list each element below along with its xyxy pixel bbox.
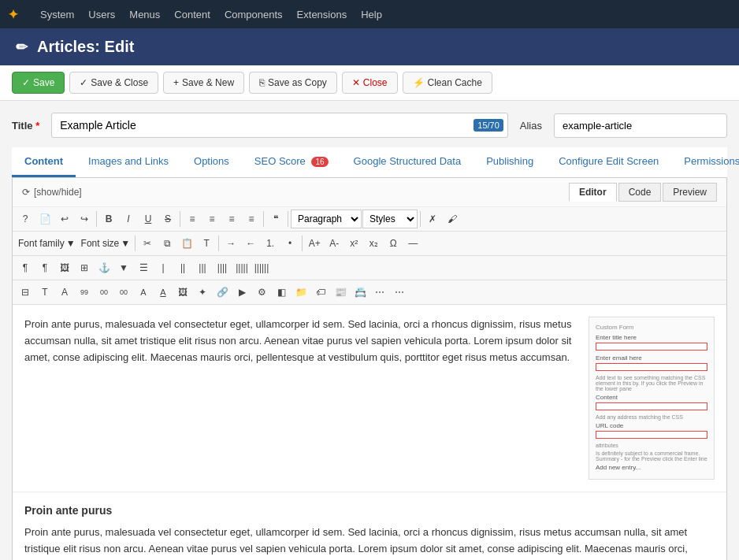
color-btn[interactable]: A bbox=[55, 283, 74, 302]
pencil-icon: ✏ bbox=[16, 39, 28, 56]
num2-btn[interactable]: 00 bbox=[95, 283, 113, 302]
undo-btn[interactable]: ↩ bbox=[55, 210, 74, 228]
tab-structured[interactable]: Google Structured Data bbox=[341, 147, 474, 177]
justify-btn[interactable]: ≡ bbox=[242, 210, 261, 228]
contacts-btn[interactable]: 📇 bbox=[351, 283, 370, 302]
bold-btn[interactable]: B bbox=[99, 210, 118, 228]
save-close-button[interactable]: ✓ Save & Close bbox=[69, 72, 158, 94]
col3-btn[interactable]: ||| bbox=[193, 258, 212, 277]
nav-components[interactable]: Components bbox=[225, 9, 283, 20]
fields-btn[interactable]: 🏷 bbox=[311, 283, 330, 302]
para-btn[interactable]: ¶ bbox=[16, 258, 35, 277]
save-copy-button[interactable]: ⎘ Save as Copy bbox=[249, 72, 337, 94]
clean-cache-button[interactable]: ⚡ Clean Cache bbox=[403, 72, 492, 94]
cut-btn[interactable]: ✂ bbox=[138, 234, 157, 253]
save-button[interactable]: ✓ Save bbox=[12, 72, 65, 94]
content-btn[interactable]: 📁 bbox=[292, 283, 310, 302]
paint-btn[interactable]: 🖌 bbox=[443, 210, 462, 228]
a-upper-btn[interactable]: A bbox=[134, 283, 153, 302]
outdent-btn[interactable]: ← bbox=[241, 234, 260, 253]
list2-btn[interactable]: ☰ bbox=[134, 258, 153, 277]
paste-btn[interactable]: 📋 bbox=[177, 234, 196, 253]
col1-btn[interactable]: | bbox=[154, 258, 173, 277]
nav-content[interactable]: Content bbox=[174, 9, 210, 20]
redo-btn[interactable]: ↪ bbox=[75, 210, 94, 228]
font-size-dropdown-icon: ▼ bbox=[121, 238, 130, 249]
tab-images[interactable]: Images and Links bbox=[76, 147, 181, 177]
table2-btn[interactable]: ⊟ bbox=[16, 283, 35, 302]
eraser-btn[interactable]: ✗ bbox=[423, 210, 442, 228]
nav-help[interactable]: Help bbox=[361, 9, 382, 20]
article-btn[interactable]: 📰 bbox=[331, 283, 350, 302]
stars-btn[interactable]: ✦ bbox=[193, 283, 212, 302]
bottom-text: Proin ante purus, malesuada vel consecte… bbox=[24, 525, 715, 560]
indent-btn[interactable]: → bbox=[221, 234, 240, 253]
hr-btn[interactable]: — bbox=[403, 234, 422, 253]
align-left-btn[interactable]: ≡ bbox=[183, 210, 202, 228]
num3-btn[interactable]: 00 bbox=[114, 283, 133, 302]
broom-icon: ⚡ bbox=[413, 77, 425, 88]
dropdown-btn[interactable]: ▼ bbox=[114, 258, 133, 277]
col5-btn[interactable]: ||||| bbox=[232, 258, 251, 277]
underline-btn[interactable]: U bbox=[139, 210, 158, 228]
sep5 bbox=[420, 211, 421, 227]
media-btn[interactable]: ▶ bbox=[232, 283, 251, 302]
superscript-btn[interactable]: x² bbox=[344, 234, 363, 253]
title-input[interactable] bbox=[51, 113, 508, 138]
nav-users[interactable]: Users bbox=[88, 9, 115, 20]
preview-view-btn[interactable]: Preview bbox=[663, 183, 717, 202]
plugin-btn[interactable]: ⚙ bbox=[252, 283, 271, 302]
ol-btn[interactable]: 1. bbox=[261, 234, 280, 253]
close-button[interactable]: ✕ Close bbox=[342, 72, 398, 94]
align-right-btn[interactable]: ≡ bbox=[222, 210, 241, 228]
img-btn[interactable]: 🖼 bbox=[55, 258, 74, 277]
more-btn[interactable]: ⋯ bbox=[370, 283, 389, 302]
nav-extensions[interactable]: Extensions bbox=[297, 9, 347, 20]
show-hide-toggle[interactable]: ⟳ [show/hide] bbox=[22, 187, 82, 198]
nav-menus[interactable]: Menus bbox=[129, 9, 160, 20]
new-doc-btn[interactable]: 📄 bbox=[35, 210, 54, 228]
font-size-down-btn[interactable]: A- bbox=[325, 234, 344, 253]
table-btn[interactable]: ⊞ bbox=[75, 258, 94, 277]
preview-thumbnail: Custom Form Enter title here Enter email… bbox=[589, 317, 715, 480]
ul-btn[interactable]: • bbox=[280, 234, 299, 253]
align-center-btn[interactable]: ≡ bbox=[202, 210, 221, 228]
tab-publishing[interactable]: Publishing bbox=[473, 147, 546, 177]
alias-input[interactable] bbox=[554, 113, 727, 138]
styles-select[interactable]: Styles bbox=[362, 210, 418, 228]
more2-btn[interactable]: ⋯ bbox=[390, 283, 409, 302]
font-size-up-btn[interactable]: A+ bbox=[305, 234, 324, 253]
tab-content[interactable]: Content bbox=[12, 147, 76, 177]
char-count: 15/70 bbox=[473, 119, 503, 132]
strikethrough-btn[interactable]: S bbox=[158, 210, 177, 228]
special-char-btn[interactable]: Ω bbox=[384, 234, 403, 253]
a-lower-btn[interactable]: A bbox=[154, 283, 173, 302]
link-btn[interactable]: 🔗 bbox=[213, 283, 232, 302]
editor-body-text[interactable]: Proin ante purus, malesuada vel consecte… bbox=[24, 317, 577, 480]
para2-btn[interactable]: ¶ bbox=[35, 258, 54, 277]
tab-permissions[interactable]: Permissions bbox=[671, 147, 739, 177]
tab-options[interactable]: Options bbox=[181, 147, 242, 177]
img2-btn[interactable]: 🖼 bbox=[173, 283, 192, 302]
col2-btn[interactable]: || bbox=[173, 258, 192, 277]
editor-area: ⟳ [show/hide] Editor Code Preview ? 📄 ↩ … bbox=[12, 178, 727, 560]
tab-seo[interactable]: SEO Score 16 bbox=[242, 147, 341, 177]
col6-btn[interactable]: |||||| bbox=[252, 258, 271, 277]
copy-btn[interactable]: ⧉ bbox=[158, 234, 176, 253]
help-btn[interactable]: ? bbox=[16, 210, 35, 228]
col4-btn[interactable]: |||| bbox=[213, 258, 232, 277]
tab-configure[interactable]: Configure Edit Screen bbox=[546, 147, 671, 177]
num1-btn[interactable]: 99 bbox=[75, 283, 94, 302]
editor-view-btn[interactable]: Editor bbox=[569, 183, 617, 202]
italic-btn[interactable]: I bbox=[119, 210, 138, 228]
save-new-button[interactable]: + Save & New bbox=[163, 72, 244, 94]
module-btn[interactable]: ◧ bbox=[272, 283, 291, 302]
code-view-btn[interactable]: Code bbox=[618, 183, 662, 202]
subscript-btn[interactable]: x₂ bbox=[364, 234, 383, 253]
paragraph-select[interactable]: Paragraph bbox=[291, 210, 362, 228]
paste-text-btn[interactable]: T bbox=[197, 234, 216, 253]
anchor-btn[interactable]: ⚓ bbox=[95, 258, 113, 277]
blockquote-btn[interactable]: ❝ bbox=[266, 210, 285, 228]
tbl2-btn[interactable]: T bbox=[35, 283, 54, 302]
nav-system[interactable]: System bbox=[40, 9, 74, 20]
